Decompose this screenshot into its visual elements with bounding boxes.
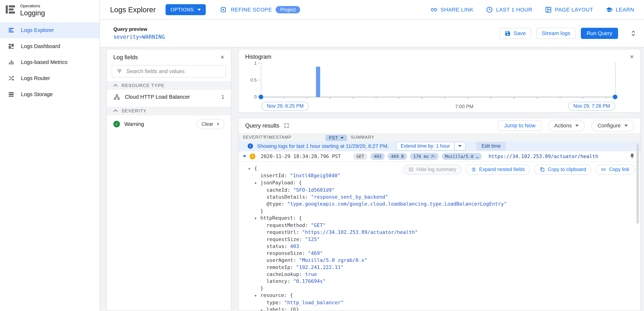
options-button[interactable]: OPTIONS — [166, 4, 206, 15]
json-line: :} — [248, 208, 640, 214]
json-line: ▾httpRequest:{ — [248, 214, 640, 222]
logging-logo-icon — [4, 3, 16, 17]
chevron-down-icon[interactable] — [454, 145, 465, 147]
topbar: Logs Explorer OPTIONS REFINE SCOPE Proje… — [100, 0, 644, 20]
severity-warning-row[interactable]: ✓ Warning Clear × — [107, 115, 231, 133]
json-line: ▾resource:{ — [248, 292, 640, 299]
learn-icon — [606, 6, 613, 14]
resource-type-row[interactable]: Cloud HTTP Load Balancer 1 — [107, 90, 231, 104]
summary-chip[interactable]: 403 — [370, 153, 385, 160]
close-icon[interactable]: × — [630, 54, 634, 60]
collapse-entry-icon[interactable] — [243, 155, 246, 158]
sidebar-item-logs-explorer[interactable]: Logs Explorer — [0, 22, 100, 38]
expand-toggle-icon[interactable]: ▾ — [255, 215, 260, 222]
summary-chip[interactable]: Mozilla/5.0 … — [442, 153, 482, 160]
summary-chip[interactable]: 176 ms — [410, 153, 439, 160]
log-entry-row[interactable]: ! 2020-11-29 18:34:28.796 PST GET — [238, 151, 640, 162]
query-results-panel: Query results Jump to Now Actions Config… — [238, 118, 641, 311]
summary-chip[interactable]: GET — [353, 153, 368, 160]
learn-button[interactable]: LEARN — [606, 6, 634, 14]
expand-query-editor-button[interactable] — [629, 29, 638, 38]
chevron-down-icon — [198, 9, 201, 11]
y-axis-tick-label: 0.5 — [248, 78, 257, 83]
extend-time-control[interactable]: Extend time by: 1 hour — [396, 142, 466, 150]
timezone-selector[interactable]: PST — [326, 135, 347, 141]
brand: Operations Logging — [0, 0, 100, 22]
save-button[interactable]: Save — [499, 28, 531, 39]
sidebar-item-label: Logs-based Metrics — [21, 59, 68, 65]
latency-sort-icon — [430, 154, 436, 159]
query-results-title: Query results — [245, 122, 279, 129]
run-query-button[interactable]: Run Query — [581, 28, 618, 39]
results-scrollbar[interactable] — [636, 143, 639, 224]
log-json-payload: ▾:{ insertId:"1nxtl48geig5040" ▾jsonPayl… — [238, 162, 640, 310]
hide-log-summary-button[interactable]: Hide log summary — [403, 164, 462, 175]
clear-filter-button[interactable]: Clear × — [196, 119, 224, 129]
summary-chip[interactable]: 469 B — [388, 153, 407, 160]
results-info-text: Showing logs for last 1 hour starting at… — [257, 143, 389, 149]
range-end-label[interactable]: Nov 29, 7:26 PM — [568, 102, 615, 111]
expand-toggle-icon[interactable]: ▸ — [261, 306, 267, 310]
chevron-down-icon — [575, 125, 579, 127]
pin-icon[interactable] — [629, 153, 636, 160]
time-range-button[interactable]: LAST 1 HOUR — [486, 6, 532, 14]
expand-toggle-icon[interactable]: ▾ — [248, 165, 254, 172]
share-link-button[interactable]: SHARE LINK — [430, 6, 474, 14]
copy-link-button[interactable]: Copy link — [596, 164, 634, 175]
load-balancer-icon — [113, 94, 120, 101]
sidebar-item-logs-storage[interactable]: Logs Storage — [0, 86, 100, 103]
range-end-line — [615, 63, 616, 97]
histogram-chart[interactable]: 1 0.5 0 — [261, 63, 615, 97]
jump-to-now-button[interactable]: Jump to Now — [498, 120, 542, 131]
link-icon — [430, 6, 438, 14]
expand-toggle-icon[interactable]: ▾ — [255, 180, 260, 187]
histogram-bar[interactable] — [316, 67, 320, 97]
expand-nested-fields-button[interactable]: Expand nested fields — [466, 164, 530, 175]
clock-icon — [486, 6, 493, 14]
json-line: :} — [248, 285, 640, 292]
query-actions: Save Stream logs Run Query — [499, 28, 638, 39]
page-layout-button[interactable]: PAGE LAYOUT — [545, 6, 593, 14]
severity-section-header[interactable]: SEVERITY — [107, 107, 231, 115]
fullscreen-icon[interactable] — [284, 122, 290, 129]
query-preview-text[interactable]: severity=WARNING — [113, 34, 165, 40]
copy-to-clipboard-button[interactable]: Copy to clipboard — [534, 164, 592, 175]
logs-explorer-icon — [8, 27, 15, 34]
refine-scope-icon — [220, 6, 227, 14]
json-line: remoteIp:"192.241.222.11" — [248, 264, 640, 271]
json-line: statusDetails:"response_sent_by_backend" — [248, 193, 640, 200]
json-line: latency:"0.176694s" — [248, 278, 640, 285]
range-start-handle[interactable] — [259, 95, 263, 99]
query-results-header: Query results Jump to Now Actions Config… — [238, 118, 640, 133]
json-line: requestUrl:"https://34.102.253.89/actuat… — [248, 229, 640, 236]
resource-type-label: Cloud HTTP Load Balancer — [125, 94, 190, 100]
actions-menu-button[interactable]: Actions — [548, 120, 585, 131]
sidebar-item-logs-based-metrics[interactable]: Logs-based Metrics — [0, 54, 100, 70]
stream-logs-button[interactable]: Stream logs — [536, 28, 576, 39]
range-start-label[interactable]: Nov 29, 6:25 PM — [262, 102, 309, 111]
layout-icon — [545, 6, 552, 14]
expand-fields-icon — [471, 167, 476, 172]
resource-type-section-header[interactable]: RESOURCE TYPE — [107, 81, 231, 90]
refine-scope-button[interactable]: REFINE SCOPE Project — [220, 6, 300, 14]
sidebar-item-logs-dashboard[interactable]: Logs Dashboard — [0, 38, 100, 54]
sidebar-item-logs-router[interactable]: Logs Router — [0, 70, 100, 86]
edit-time-button[interactable]: Edit time — [476, 142, 506, 150]
scope-project-badge[interactable]: Project — [276, 6, 300, 13]
log-fields-search[interactable] — [112, 65, 226, 78]
results-column-headers: SEVERITY TIMESTAMP PST SUMMARY — [238, 133, 640, 141]
close-icon: × — [216, 121, 220, 127]
search-input[interactable] — [126, 68, 222, 74]
expand-toggle-icon[interactable]: ▾ — [255, 292, 260, 299]
json-line: type:"http_load_balancer" — [248, 299, 640, 306]
chevron-up-icon — [114, 84, 118, 88]
query-preview-bar: Query preview severity=WARNING Save Stre… — [100, 20, 644, 47]
severity-label: Warning — [124, 121, 144, 127]
close-icon[interactable]: × — [220, 54, 224, 61]
copy-icon — [540, 167, 545, 172]
page-title: Logs Explorer — [110, 6, 156, 14]
configure-menu-button[interactable]: Configure — [592, 120, 634, 131]
range-end-handle[interactable] — [613, 95, 617, 99]
sidebar-item-label: Logs Dashboard — [21, 43, 60, 49]
content-area: Log fields × RESOURCE TYPE Cloud HTTP Lo… — [100, 47, 644, 311]
